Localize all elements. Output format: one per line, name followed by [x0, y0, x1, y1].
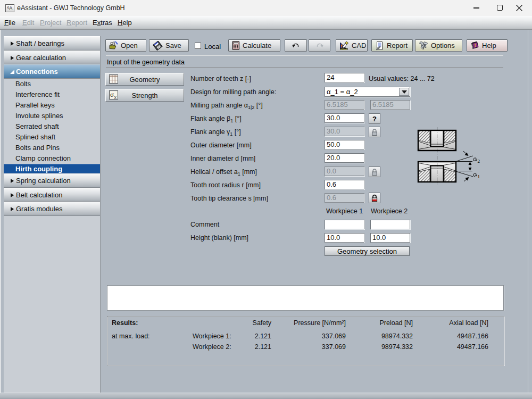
svg-text:1: 1 [478, 174, 480, 179]
svg-text:2: 2 [478, 159, 480, 164]
